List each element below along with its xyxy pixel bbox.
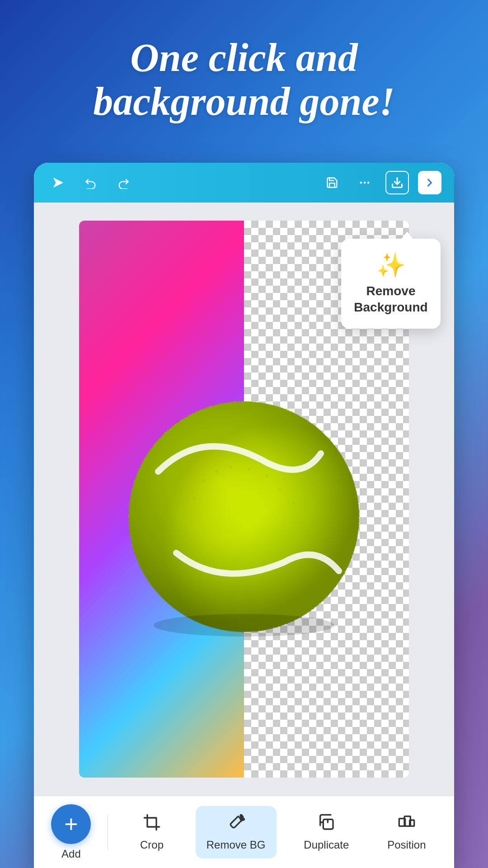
svg-point-16 bbox=[154, 614, 334, 637]
remove-bg-label: Remove BG bbox=[206, 839, 266, 851]
svg-point-8 bbox=[202, 479, 205, 482]
svg-point-19 bbox=[240, 815, 242, 816]
bottom-toolbar: + Add Crop bbox=[34, 796, 454, 868]
undo-button[interactable] bbox=[79, 171, 103, 194]
svg-marker-0 bbox=[53, 178, 63, 188]
plus-icon: + bbox=[64, 811, 78, 838]
duplicate-label: Duplicate bbox=[304, 839, 349, 851]
remove-bg-tool[interactable]: Remove BG bbox=[196, 806, 277, 859]
save-button[interactable] bbox=[320, 171, 344, 194]
svg-point-18 bbox=[243, 818, 244, 820]
position-tool[interactable]: Position bbox=[376, 806, 436, 859]
svg-point-14 bbox=[279, 488, 282, 491]
svg-point-3 bbox=[367, 182, 370, 184]
app-mockup-card: ✨ Remove Background + Add Crop bbox=[34, 163, 454, 868]
position-icon bbox=[398, 813, 416, 834]
tennis-ball-image bbox=[113, 381, 375, 643]
hero-title: One click and background gone! bbox=[0, 0, 488, 151]
svg-point-1 bbox=[360, 182, 362, 184]
svg-point-2 bbox=[364, 182, 366, 184]
svg-point-11 bbox=[247, 468, 250, 471]
app-toolbar bbox=[34, 163, 454, 203]
remove-bg-icon bbox=[227, 813, 245, 834]
download-button[interactable] bbox=[385, 171, 409, 194]
add-tool[interactable]: + Add bbox=[51, 804, 91, 860]
svg-point-13 bbox=[265, 475, 268, 477]
svg-point-10 bbox=[229, 466, 232, 468]
crop-icon bbox=[143, 813, 161, 834]
svg-point-7 bbox=[129, 401, 359, 632]
redo-button[interactable] bbox=[112, 171, 135, 194]
crop-label: Crop bbox=[140, 839, 164, 851]
svg-point-12 bbox=[193, 497, 196, 500]
svg-rect-23 bbox=[410, 820, 414, 826]
add-button[interactable]: + bbox=[51, 804, 91, 844]
remove-background-popup[interactable]: ✨ Remove Background bbox=[341, 239, 441, 329]
app-logo bbox=[47, 171, 70, 194]
position-label: Position bbox=[387, 839, 426, 851]
magic-wand-icon: ✨ bbox=[376, 253, 406, 277]
crop-tool[interactable]: Crop bbox=[125, 806, 179, 859]
duplicate-icon bbox=[317, 813, 335, 834]
popup-label: Remove Background bbox=[354, 283, 427, 316]
toolbar-divider bbox=[108, 814, 108, 850]
canvas-area: ✨ Remove Background bbox=[34, 203, 454, 796]
svg-point-9 bbox=[216, 470, 218, 473]
share-button[interactable] bbox=[418, 171, 441, 194]
add-label: Add bbox=[61, 848, 81, 860]
svg-point-15 bbox=[292, 502, 295, 505]
more-button[interactable] bbox=[353, 171, 376, 194]
duplicate-tool[interactable]: Duplicate bbox=[293, 806, 360, 859]
